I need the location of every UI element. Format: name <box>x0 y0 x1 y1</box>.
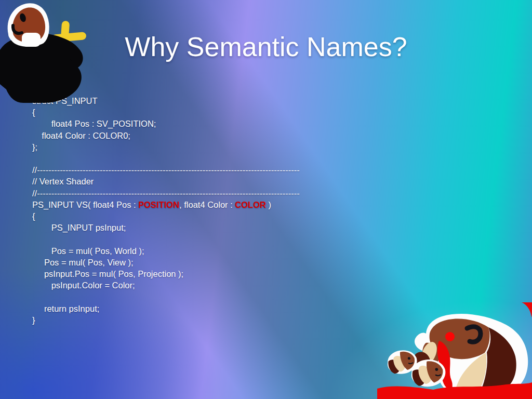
code-block: struct PS_INPUT{ float4 Pos : SV_POSITIO… <box>32 95 300 326</box>
code-line: float4 Pos : SV_POSITION; <box>32 118 300 129</box>
priest-with-cross-drawing <box>0 0 99 103</box>
slide: Why Semantic Names? struct PS_INPUT{ flo… <box>0 0 532 399</box>
code-line: { <box>32 210 300 222</box>
code-line: //--------------------------------------… <box>32 188 300 199</box>
code-line: } <box>32 314 300 326</box>
code-line <box>32 153 300 164</box>
code-line: { <box>32 107 300 118</box>
code-line: }; <box>32 141 300 153</box>
semantic-keyword: POSITION <box>138 200 179 209</box>
code-line: float4 Color : COLOR0; <box>32 130 300 141</box>
priest-collar <box>22 33 41 47</box>
code-line: psInput.Pos = mul( Pos, Projection ); <box>32 268 300 280</box>
code-line: Pos = mul( Pos, World ); <box>32 245 300 257</box>
code-line: Pos = mul( Pos, View ); <box>32 257 300 268</box>
code-line <box>32 291 300 302</box>
code-line: psInput.Color = Color; <box>32 280 300 291</box>
code-line: PS_INPUT VS( float4 Pos : POSITION, floa… <box>32 199 300 210</box>
code-line: return psInput; <box>32 303 300 314</box>
code-line: // Vertex Shader <box>32 176 300 187</box>
big-creature-red-eye <box>445 332 455 341</box>
blood-streak-edge <box>522 302 532 317</box>
bleeding-beaver-family-drawing <box>376 301 532 399</box>
code-line <box>32 233 300 245</box>
semantic-keyword: COLOR <box>235 200 266 209</box>
code-line: PS_INPUT psInput; <box>32 222 300 233</box>
code-line: //--------------------------------------… <box>32 164 300 176</box>
